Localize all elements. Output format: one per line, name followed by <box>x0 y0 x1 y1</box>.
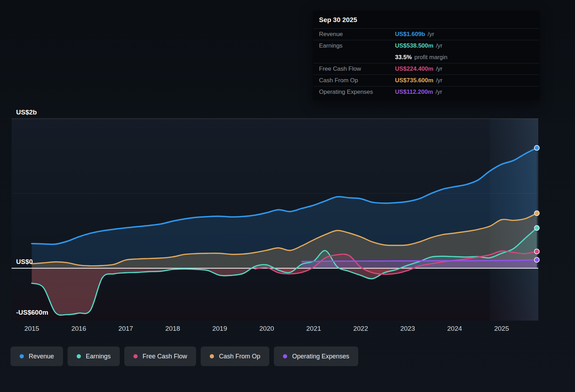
x-axis-tick: 2020 <box>259 325 274 332</box>
data-tooltip: Sep 30 2025 RevenueUS$1.609b/yrEarningsU… <box>313 10 540 100</box>
legend-item-opex[interactable]: Operating Expenses <box>274 346 358 366</box>
fcf-legend-dot <box>133 354 138 358</box>
tooltip-row-fcf: Free Cash FlowUS$224.400m/yr <box>313 63 539 75</box>
fcf-end-marker <box>534 249 539 254</box>
legend-item-label: Cash From Op <box>219 353 260 360</box>
opex-end-marker <box>534 257 539 262</box>
x-axis-tick: 2015 <box>25 325 39 332</box>
legend-item-label: Revenue <box>29 353 54 360</box>
tooltip-row-label: Revenue <box>319 31 395 38</box>
financial-history-screen: Sep 30 2025 RevenueUS$1.609b/yrEarningsU… <box>0 0 575 392</box>
chart-area[interactable]: US$2bUS$0-US$600m20152016201720182019202… <box>0 105 575 336</box>
tooltip-row-cashop: Cash From OpUS$735.600m/yr <box>313 75 539 86</box>
x-axis-tick: 2024 <box>447 325 462 332</box>
earnings-legend-dot <box>77 354 81 358</box>
tooltip-row-label: Operating Expenses <box>319 89 395 96</box>
tooltip-row-value: US$224.400m/yr <box>395 65 533 72</box>
legend-item-earnings[interactable]: Earnings <box>68 346 120 366</box>
tooltip-row-earnings: EarningsUS$538.500m/yr <box>313 40 539 51</box>
earnings-end-marker <box>534 225 539 230</box>
tooltip-date: Sep 30 2025 <box>313 10 540 28</box>
tooltip-row-label: Cash From Op <box>319 77 395 84</box>
x-axis-tick: 2018 <box>165 325 180 332</box>
financial-history-chart: US$2bUS$0-US$600m20152016201720182019202… <box>0 105 575 336</box>
x-axis-tick: 2023 <box>400 325 415 332</box>
x-axis-tick: 2025 <box>494 325 509 332</box>
cashop-end-marker <box>534 211 539 216</box>
tooltip-row-label: Free Cash Flow <box>319 65 395 72</box>
x-axis-tick: 2017 <box>118 325 133 332</box>
tooltip-row-revenue: RevenueUS$1.609b/yr <box>313 28 539 40</box>
y-axis-label: -US$600m <box>16 309 48 316</box>
legend-item-fcf[interactable]: Free Cash Flow <box>124 346 196 366</box>
tooltip-profit-margin-row: 33.5%profit margin <box>313 51 539 63</box>
revenue-end-marker <box>534 146 539 150</box>
tooltip-row-value: US$1.609b/yr <box>395 31 533 38</box>
legend-item-label: Free Cash Flow <box>143 353 187 360</box>
x-axis-tick: 2019 <box>212 325 227 332</box>
legend-item-cashop[interactable]: Cash From Op <box>201 346 269 366</box>
revenue-legend-dot <box>20 354 24 358</box>
x-axis-tick: 2016 <box>71 325 86 332</box>
legend-item-revenue[interactable]: Revenue <box>11 346 63 366</box>
cashop-legend-dot <box>210 354 214 358</box>
x-axis-tick: 2021 <box>306 325 321 332</box>
opex-legend-dot <box>283 354 287 358</box>
legend-item-label: Earnings <box>86 353 111 360</box>
tooltip-row-opex: Operating ExpensesUS$112.200m/yr <box>313 86 539 98</box>
chart-legend: RevenueEarningsFree Cash FlowCash From O… <box>11 346 358 366</box>
y-axis-label: US$0 <box>16 258 33 265</box>
tooltip-row-value: US$112.200m/yr <box>395 89 533 96</box>
tooltip-row-value: US$735.600m/yr <box>395 77 533 84</box>
tooltip-row-value: US$538.500m/yr <box>395 42 533 49</box>
y-axis-label: US$2b <box>16 108 37 116</box>
legend-item-label: Operating Expenses <box>292 353 349 360</box>
x-axis-tick: 2022 <box>353 325 368 332</box>
tooltip-rows: RevenueUS$1.609b/yrEarningsUS$538.500m/y… <box>313 28 540 98</box>
tooltip-row-label: Earnings <box>319 42 395 49</box>
